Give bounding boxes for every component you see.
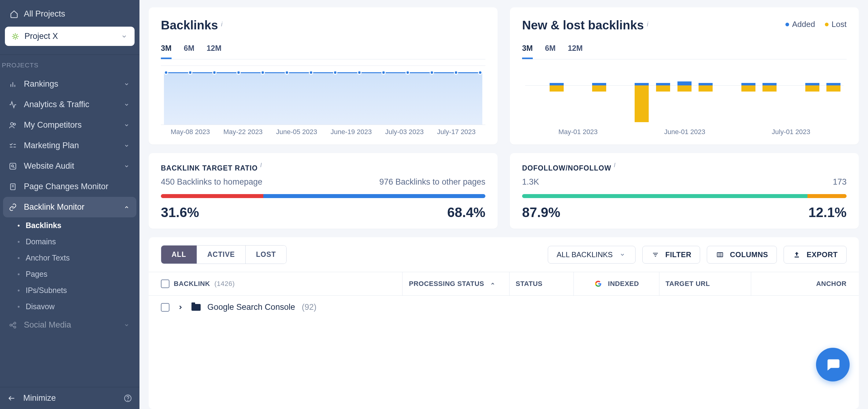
export-button[interactable]: EXPORT (783, 246, 846, 264)
filter-button[interactable]: FILTER (642, 246, 700, 264)
users-icon (8, 121, 17, 129)
subnav-label: Pages (26, 270, 48, 279)
dofollow-card: DOFOLLOW/NOFOLLOW i 1.3K 173 87.9% 12.1% (510, 153, 859, 229)
info-icon[interactable]: i (260, 162, 262, 169)
ratio-left-pct: 31.6% (161, 205, 199, 220)
range-tab-6m[interactable]: 6M (184, 44, 194, 59)
info-icon[interactable]: i (221, 21, 222, 28)
select-all-checkbox[interactable] (161, 280, 169, 288)
range-tab-12m[interactable]: 12M (207, 44, 221, 59)
backlinks-chart-card: Backlinks i 3M 6M 12M May-08 2023 May-22… (149, 7, 498, 145)
chat-fab[interactable] (816, 348, 850, 381)
nav-backlink-monitor[interactable]: Backlink Monitor (3, 197, 136, 217)
nav-label: Rankings (24, 79, 58, 89)
search-square-icon (8, 162, 17, 171)
range-tab-12m[interactable]: 12M (568, 44, 583, 59)
col-status[interactable]: STATUS (516, 280, 542, 288)
new-lost-bar-chart: May-01 2023 June-01 2023 July-01 2023 (522, 65, 846, 136)
nav-marketing-plan[interactable]: Marketing Plan (3, 135, 136, 156)
chevron-right-icon[interactable] (176, 303, 185, 312)
backlinks-select[interactable]: ALL BACKLINKS (548, 246, 636, 264)
dot-icon (18, 273, 20, 275)
ratio-right-pct: 68.4% (447, 205, 485, 220)
nav-label: My Competitors (24, 120, 82, 130)
backlinks-line-chart: May-08 2023 May-22 2023 June-05 2023 Jun… (161, 65, 485, 136)
nav-analytics[interactable]: Analytics & Traffic (3, 94, 136, 115)
info-icon[interactable]: i (614, 162, 616, 169)
subnav-pages[interactable]: Pages (8, 266, 136, 282)
nav-label: Website Audit (24, 161, 74, 171)
svg-line-18 (12, 323, 14, 324)
help-icon[interactable] (124, 394, 132, 403)
home-icon (10, 10, 18, 18)
range-tab-3m[interactable]: 3M (161, 44, 172, 59)
segment-all[interactable]: ALL (161, 245, 197, 264)
filter-label: FILTER (665, 251, 691, 259)
main-content: Backlinks i 3M 6M 12M May-08 2023 May-22… (140, 0, 868, 409)
svg-point-0 (14, 35, 17, 38)
nav-label: Backlink Monitor (24, 202, 85, 212)
minimize-button[interactable]: Minimize (0, 387, 140, 409)
nav-social-media[interactable]: Social Media (3, 315, 136, 335)
range-tab-6m[interactable]: 6M (545, 44, 556, 59)
col-indexed[interactable]: INDEXED (608, 280, 639, 288)
google-icon (594, 280, 602, 288)
nav-label: Analytics & Traffic (24, 100, 89, 109)
ratio-right-label: 976 Backlinks to other pages (379, 177, 485, 187)
subnav-backlinks[interactable]: Backlinks (8, 217, 136, 234)
chevron-down-icon (122, 80, 131, 88)
table-row[interactable]: Google Search Console (92) (149, 296, 859, 319)
minimize-label: Minimize (23, 393, 56, 403)
chevron-up-icon[interactable] (489, 280, 497, 288)
project-selector[interactable]: Project X (5, 27, 134, 46)
svg-point-4 (10, 122, 13, 125)
nav-website-audit[interactable]: Website Audit (3, 156, 136, 176)
svg-point-17 (14, 326, 16, 328)
svg-rect-9 (10, 163, 16, 169)
range-tab-3m[interactable]: 3M (522, 44, 533, 59)
arrow-left-icon (7, 394, 16, 403)
project-icon (11, 32, 20, 41)
new-lost-chart-card: New & lost backlinks i Added Lost 3M 6M … (510, 7, 859, 145)
table-header: BACKLINK (1426) PROCESSING STATUS STATUS… (149, 272, 859, 296)
info-icon[interactable]: i (647, 21, 648, 28)
subnav-label: Disavow (26, 302, 55, 311)
card-title: DOFOLLOW/NOFOLLOW (522, 164, 611, 172)
col-backlink-count: (1426) (214, 280, 235, 288)
all-projects-link[interactable]: All Projects (5, 5, 134, 22)
chat-icon (825, 357, 841, 373)
segment-active[interactable]: ACTIVE (197, 245, 246, 264)
subnav-label: Backlinks (26, 221, 61, 230)
subnav-disavow[interactable]: Disavow (8, 298, 136, 315)
subnav-ips-subnets[interactable]: IPs/Subnets (8, 282, 136, 298)
svg-line-11 (13, 167, 14, 168)
x-axis-labels: May-08 2023 May-22 2023 June-05 2023 Jun… (164, 128, 482, 136)
folder-icon (191, 304, 200, 311)
col-target[interactable]: TARGET URL (665, 280, 710, 288)
columns-button[interactable]: COLUMNS (707, 246, 777, 264)
nav-competitors[interactable]: My Competitors (3, 115, 136, 135)
svg-point-15 (10, 324, 12, 326)
row-count: (92) (302, 302, 316, 312)
subnav-domains[interactable]: Domains (8, 234, 136, 250)
chevron-down-icon (122, 141, 131, 150)
col-backlink[interactable]: BACKLINK (174, 280, 210, 288)
chevron-up-icon (122, 203, 131, 211)
nav-page-changes[interactable]: Page Changes Monitor (3, 176, 136, 197)
col-anchor[interactable]: ANCHOR (816, 280, 846, 288)
col-processing[interactable]: PROCESSING STATUS (409, 280, 484, 288)
ratio-bar (161, 194, 485, 198)
nav-label: Page Changes Monitor (24, 182, 108, 191)
share-icon (8, 321, 17, 329)
status-segment: ALL ACTIVE LOST (161, 245, 286, 264)
card-title: Backlinks (161, 18, 218, 32)
chevron-down-icon (122, 162, 131, 171)
backlinks-table-card: ALL ACTIVE LOST ALL BACKLINKS FILTER COL… (149, 237, 859, 409)
chevron-down-icon (618, 251, 627, 259)
all-projects-label: All Projects (24, 9, 65, 19)
row-checkbox[interactable] (161, 303, 169, 312)
segment-lost[interactable]: LOST (246, 245, 286, 264)
subnav-anchor-texts[interactable]: Anchor Texts (8, 250, 136, 266)
activity-icon (8, 100, 17, 109)
nav-rankings[interactable]: Rankings (3, 74, 136, 94)
